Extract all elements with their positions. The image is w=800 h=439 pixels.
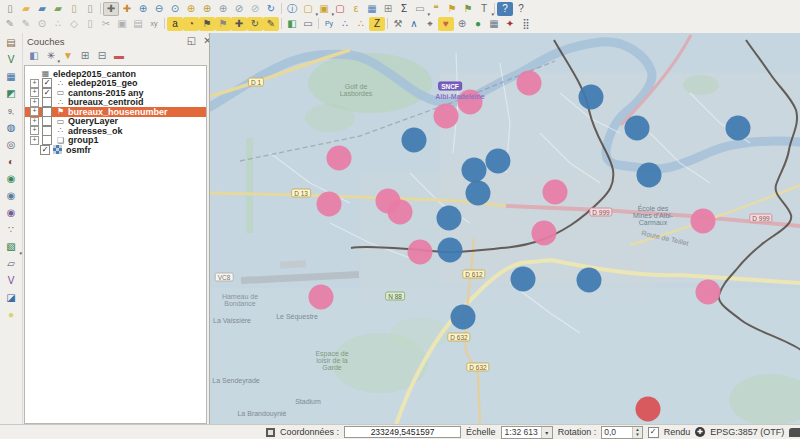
digitize-options-button[interactable]: ⊙ [34, 17, 50, 31]
data-source-manager-button[interactable]: ▤ [2, 35, 20, 51]
map-point-blue[interactable] [438, 238, 463, 263]
layer-visibility-checkbox[interactable] [42, 135, 52, 145]
map-point-pink[interactable] [532, 221, 557, 246]
search-binoculars-button[interactable]: ⌖ [422, 17, 438, 31]
osm-plugin-button[interactable]: ♥ [438, 17, 454, 31]
zoom-to-layer-button[interactable]: ⊕ [215, 2, 231, 16]
expander-icon[interactable] [30, 79, 39, 88]
pin-labels-button[interactable]: ⚑ [199, 17, 215, 31]
new-temporary-scratch-layer-button[interactable]: ◪ [2, 290, 20, 306]
map-point-blue[interactable] [462, 158, 487, 183]
layer-visibility-checkbox[interactable] [42, 88, 52, 98]
select-by-form-button[interactable]: ▣ [316, 2, 332, 16]
expander-icon[interactable] [30, 98, 39, 107]
layer-visibility-checkbox[interactable] [42, 97, 52, 107]
extents-icon[interactable] [266, 428, 275, 437]
save-project-button[interactable]: ▰ [34, 2, 50, 16]
remove-layer-button[interactable]: ▬ [112, 50, 126, 63]
layer-row-bureaux_housenumber[interactable]: ⚑bureaux_housenumber [25, 107, 206, 117]
map-point-blue[interactable] [486, 149, 511, 174]
new-bookmark-layer-button[interactable]: ● [2, 307, 20, 323]
layer-row-eledep2015_geo[interactable]: ∴eledep2015_geo [25, 79, 206, 89]
move-label-button[interactable]: ✚ [231, 17, 247, 31]
expander-icon[interactable] [30, 88, 39, 97]
save-project-as-button[interactable]: ▰ [50, 2, 66, 16]
cut-features-button[interactable]: ✂ [98, 17, 114, 31]
map-point-blue[interactable] [466, 181, 491, 206]
select-features-button[interactable]: ▢ [300, 2, 316, 16]
add-mesh-layer-button[interactable]: ◩ [2, 86, 20, 102]
layer-row-adresses_ok[interactable]: ∴adresses_ok [25, 126, 206, 136]
add-spatialite-layer-button[interactable]: ◎ [2, 137, 20, 153]
field-calculator-button[interactable]: ⊞ [380, 2, 396, 16]
save-layer-edits-button[interactable]: ✎ [18, 17, 34, 31]
map-point-pink[interactable] [388, 200, 413, 225]
profile-tool-button[interactable]: ∧ [406, 17, 422, 31]
zoom-in-button[interactable]: ⊕ [135, 2, 151, 16]
new-shapefile-layer-button[interactable]: ▱ [2, 256, 20, 272]
coordinates-input[interactable] [344, 426, 461, 438]
filter-legend-button[interactable]: ▼ [61, 50, 75, 63]
select-by-expression-button[interactable]: ε [348, 2, 364, 16]
expander-icon[interactable] [30, 107, 39, 116]
add-vector-layer-button[interactable]: V [2, 52, 20, 68]
map-point-blue[interactable] [402, 128, 427, 153]
quickmapservices-button[interactable]: ● [470, 17, 486, 31]
layer-diagram-button[interactable]: ◔ [183, 17, 199, 31]
add-delimited-text-layer-button[interactable]: 9, [2, 103, 20, 119]
expander-icon[interactable] [30, 117, 39, 126]
layer-row-group1[interactable]: ❏group1 [25, 136, 206, 146]
help-button[interactable]: ? [497, 2, 513, 16]
new-bookmark-button[interactable]: ⚑ [444, 2, 460, 16]
vertex-tool-button[interactable]: ◇ [66, 17, 82, 31]
map-point-pink[interactable] [327, 146, 352, 171]
layer-row-QueryLayer[interactable]: ▭QueryLayer [25, 117, 206, 127]
show-bookmarks-button[interactable]: ⚑ [460, 2, 476, 16]
map-point-pink[interactable] [408, 240, 433, 265]
zoom-to-selection-button[interactable]: ⊕ [199, 2, 215, 16]
add-raster-layer-button[interactable]: ▦ [2, 69, 20, 85]
add-postgis-layer-button[interactable]: ◍ [2, 120, 20, 136]
render-checkbox[interactable] [648, 427, 659, 438]
identify-plus-button[interactable]: ⊕ [454, 17, 470, 31]
processing-tools-button[interactable]: ⚒ [390, 17, 406, 31]
change-label-button[interactable]: ✎ [263, 17, 279, 31]
layer-row-cantons-2015 any[interactable]: ▭cantons-2015 any [25, 88, 206, 98]
layer-row-osmfr[interactable]: osmfr [25, 145, 206, 155]
crs-globe-icon[interactable]: ✚ [695, 427, 705, 437]
pan-map-button[interactable]: ✚ [103, 2, 119, 16]
highlight-pinned-labels-button[interactable]: ⚑ [215, 17, 231, 31]
new-virtual-layer-button[interactable]: V [2, 273, 20, 289]
collapse-all-button[interactable]: ⊟ [95, 50, 109, 63]
spin-arrows-icon[interactable]: ▲▼ [632, 427, 641, 438]
layer-visibility-checkbox[interactable] [40, 145, 50, 155]
layer-row-eledep2015_canton[interactable]: ▦eledep2015_canton [25, 69, 206, 79]
map-point-pink[interactable] [309, 285, 334, 310]
map-tips-button[interactable]: ❝ [428, 2, 444, 16]
expander-icon[interactable] [30, 126, 39, 135]
layout-manager-button[interactable]: ▯ [82, 2, 98, 16]
copy-features-button[interactable]: ▣ [114, 17, 130, 31]
open-attribute-table-button[interactable]: ▦ [364, 2, 380, 16]
map-point-pink[interactable] [434, 104, 459, 129]
open-project-button[interactable]: ▰ [18, 2, 34, 16]
deselect-all-button[interactable]: ▢ [332, 2, 348, 16]
statistical-summary-button[interactable]: Σ [396, 2, 412, 16]
zoom-next-button[interactable]: ⊘ [247, 2, 263, 16]
dotted-grid-plugin-button[interactable]: ⣿ [518, 17, 534, 31]
add-wms-layer-button[interactable]: ◉ [2, 171, 20, 187]
python-console-button[interactable]: Py [321, 17, 337, 31]
map-point-pink[interactable] [317, 192, 342, 217]
layer-visibility-checkbox[interactable] [42, 78, 52, 88]
refresh-button[interactable]: ↻ [263, 2, 279, 16]
add-wfs-layer-button[interactable]: ◉ [2, 205, 20, 221]
grid-plugin-button[interactable]: ▦ [486, 17, 502, 31]
new-map-view-button[interactable]: ◧ [284, 17, 300, 31]
identify-features-button[interactable]: ⓘ [284, 2, 300, 16]
zoom-last-button[interactable]: ⊘ [231, 2, 247, 16]
map-point-blue[interactable] [437, 206, 462, 231]
manage-map-themes-button[interactable]: ✳ [44, 50, 58, 63]
text-annotation-button[interactable]: T [476, 2, 492, 16]
toggle-editing-button[interactable]: ✎ [2, 17, 18, 31]
zoom-full-button[interactable]: ⊕ [183, 2, 199, 16]
